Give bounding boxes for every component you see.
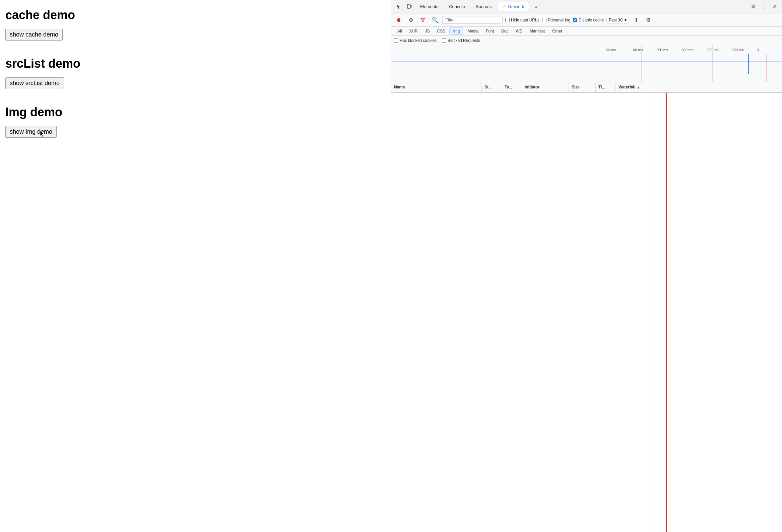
disable-cache-checkbox[interactable] <box>573 18 577 22</box>
device-toggle-button[interactable] <box>405 2 414 11</box>
export-settings-button[interactable]: ⚙ <box>644 15 653 25</box>
timeline-blue-line <box>391 61 782 62</box>
cache-demo-section: cache demo show cache demo <box>5 8 386 40</box>
hide-data-urls-label[interactable]: Hide data URLs <box>505 18 539 23</box>
filter-tab-js[interactable]: JS <box>422 28 433 35</box>
hide-data-urls-checkbox[interactable] <box>505 18 509 22</box>
th-type[interactable]: Ty... <box>502 82 522 92</box>
filter-icon-button[interactable] <box>418 15 428 25</box>
network-content <box>391 93 782 532</box>
img-demo-title: Img demo <box>5 105 386 119</box>
table-header: Name St... Ty... Initiator Size Ti... Wa… <box>391 82 782 93</box>
filter-tab-doc[interactable]: Doc <box>498 28 511 35</box>
tab-elements[interactable]: Elements <box>416 2 443 11</box>
th-initiator[interactable]: Initiator <box>522 82 569 92</box>
cache-demo-title: cache demo <box>5 8 386 22</box>
tab-console[interactable]: Console <box>444 2 470 11</box>
blocked-row: Has blocked cookies Blocked Requests <box>391 36 782 45</box>
filter-tab-font[interactable]: Font <box>483 28 497 35</box>
waterfall-sort-arrow: ▲ <box>637 85 640 89</box>
show-srclist-demo-button[interactable]: show srcList demo <box>5 77 64 89</box>
filter-tab-all[interactable]: All <box>394 28 405 35</box>
content-blue-line <box>653 93 653 532</box>
load-event-line <box>767 54 767 82</box>
close-devtools-button[interactable]: ✕ <box>770 2 779 11</box>
filter-tab-ws[interactable]: WS <box>512 28 525 35</box>
clear-button[interactable]: ⊘ <box>406 15 416 25</box>
preserve-log-checkbox[interactable] <box>542 18 546 22</box>
svg-rect-1 <box>411 5 412 8</box>
img-demo-section: Img demo show Img demo <box>5 105 386 138</box>
blocked-requests-label[interactable]: Blocked Requests <box>442 38 480 43</box>
network-toolbar: ⏺ ⊘ 🔍 Hide data URLs Preserve log Disabl… <box>391 13 782 27</box>
record-button[interactable]: ⏺ <box>394 15 403 25</box>
main-content: cache demo show cache demo srcList demo … <box>0 0 391 532</box>
tab-more[interactable]: » <box>530 2 542 11</box>
filter-tabs: All XHR JS CSS Img Media Font Doc WS Man… <box>391 27 782 36</box>
vline-0 <box>606 45 606 82</box>
filter-tab-manifest[interactable]: Manifest <box>526 28 548 35</box>
disable-cache-label[interactable]: Disable cache <box>573 18 604 23</box>
throttle-selector[interactable]: Fast 3G ▾ <box>606 17 629 24</box>
dom-content-loaded-bar <box>748 54 749 74</box>
blocked-requests-checkbox[interactable] <box>442 38 446 42</box>
vline-1 <box>641 45 642 82</box>
timeline-header: 50 ms 100 ms 150 ms 200 ms 250 ms 300 ms… <box>391 45 782 82</box>
svg-rect-0 <box>407 4 410 8</box>
th-size[interactable]: Size <box>569 82 596 92</box>
srclist-demo-section: srcList demo show srcList demo <box>5 57 386 89</box>
vline-2 <box>677 45 677 82</box>
show-img-demo-button[interactable]: show Img demo <box>5 126 57 138</box>
more-options-button[interactable]: ⋮ <box>759 2 769 11</box>
filter-input[interactable] <box>442 16 503 24</box>
filter-tab-other[interactable]: Other <box>549 28 566 35</box>
timeline-lines <box>606 45 782 82</box>
filter-tab-img[interactable]: Img <box>449 28 463 35</box>
throttle-dropdown-arrow: ▾ <box>625 18 627 23</box>
preserve-log-label[interactable]: Preserve log <box>542 18 570 23</box>
content-red-line <box>666 93 667 532</box>
devtools-panel: Elements Console Sources ⚠ Network » ⚙ ⋮… <box>391 0 782 532</box>
warning-icon: ⚠ <box>503 4 507 9</box>
blocked-cookies-checkbox[interactable] <box>394 38 398 42</box>
vline-3 <box>712 45 713 82</box>
blocked-cookies-label[interactable]: Has blocked cookies <box>394 38 436 43</box>
th-status[interactable]: St... <box>482 82 502 92</box>
import-button[interactable]: ⬆ <box>632 15 641 25</box>
filter-tab-xhr[interactable]: XHR <box>406 28 421 35</box>
search-icon-button[interactable]: 🔍 <box>430 15 439 25</box>
show-cache-demo-button[interactable]: show cache demo <box>5 29 63 40</box>
th-name[interactable]: Name <box>391 82 482 92</box>
filter-tab-css[interactable]: CSS <box>434 28 449 35</box>
settings-button[interactable]: ⚙ <box>748 2 758 11</box>
tab-network[interactable]: ⚠ Network <box>498 2 529 11</box>
filter-tab-media[interactable]: Media <box>464 28 482 35</box>
tab-sources[interactable]: Sources <box>471 2 497 11</box>
th-waterfall[interactable]: Waterfall ▲ <box>616 82 782 92</box>
srclist-demo-title: srcList demo <box>5 57 386 71</box>
th-time[interactable]: Ti... <box>596 82 616 92</box>
cursor-icon-button[interactable] <box>394 2 403 11</box>
devtools-tabbar: Elements Console Sources ⚠ Network » ⚙ ⋮… <box>391 0 782 13</box>
